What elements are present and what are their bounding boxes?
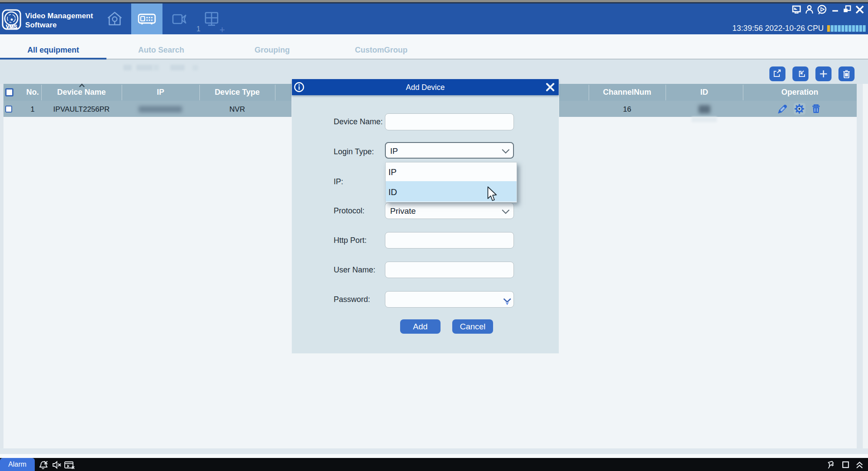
svg-text:VMS: VMS — [6, 24, 17, 30]
